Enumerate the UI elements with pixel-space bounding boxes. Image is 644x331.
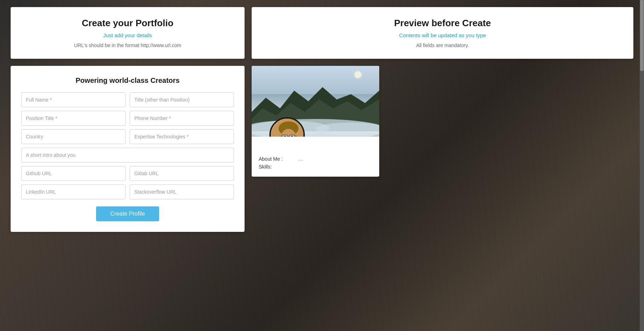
preview-card: About Me : .... Skills: xyxy=(252,66,379,177)
stackoverflow-url-input[interactable] xyxy=(130,184,234,199)
about-dots: .... xyxy=(298,156,304,162)
create-profile-button[interactable]: Create Profile xyxy=(96,206,159,221)
github-url-input[interactable] xyxy=(21,166,125,181)
skills-label: Skills: xyxy=(259,164,272,170)
create-portfolio-title: Create your Portfolio xyxy=(25,18,230,29)
form-row-3 xyxy=(21,129,234,144)
expertise-input[interactable] xyxy=(130,129,234,144)
phone-number-input[interactable] xyxy=(130,111,234,126)
form-row-2 xyxy=(21,111,234,126)
title-input[interactable] xyxy=(130,92,234,107)
position-title-input[interactable] xyxy=(21,111,125,126)
create-portfolio-description: URL's should be in the format http://www… xyxy=(25,42,230,48)
form-row-5 xyxy=(21,166,234,181)
portfolio-form-card: Powering world-class Creators xyxy=(11,66,245,232)
scrollbar[interactable] xyxy=(640,0,644,331)
preview-skills: Skills: xyxy=(259,164,372,170)
preview-about: About Me : .... xyxy=(259,156,372,162)
moon-icon xyxy=(354,71,362,78)
preview-header-subtitle: Contents will be updated as you type xyxy=(266,32,619,38)
form-row-6 xyxy=(21,184,234,199)
form-row-4 xyxy=(21,148,234,162)
form-row-1 xyxy=(21,92,234,107)
about-label: About Me : xyxy=(259,156,283,162)
preview-header-description: All fields are mandatory. xyxy=(266,42,619,48)
full-name-input[interactable] xyxy=(21,92,125,107)
short-intro-input[interactable] xyxy=(21,148,234,162)
form-fields xyxy=(21,92,234,199)
preview-banner xyxy=(252,66,379,137)
preview-content: About Me : .... Skills: xyxy=(252,137,379,177)
preview-header-card: Preview before Create Contents will be u… xyxy=(252,7,633,59)
linkedin-url-input[interactable] xyxy=(21,184,125,199)
gitlab-url-input[interactable] xyxy=(130,166,234,181)
country-input[interactable] xyxy=(21,129,125,144)
scrollbar-thumb[interactable] xyxy=(640,0,644,71)
create-portfolio-subtitle: Just add your details xyxy=(25,32,230,38)
create-portfolio-card: Create your Portfolio Just add your deta… xyxy=(11,7,245,59)
form-heading: Powering world-class Creators xyxy=(21,76,234,85)
preview-header-title: Preview before Create xyxy=(266,18,619,29)
